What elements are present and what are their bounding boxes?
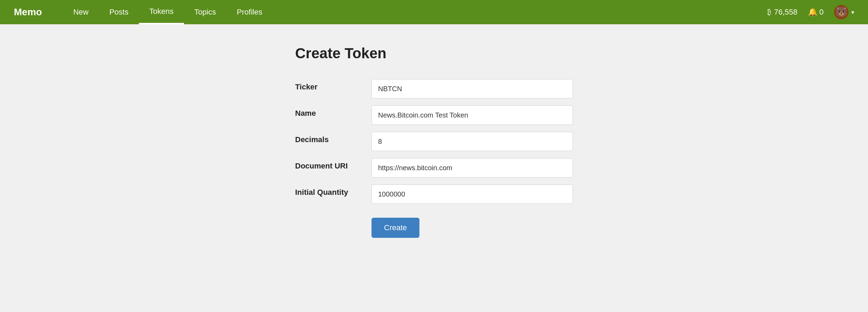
brand-logo[interactable]: Memo	[14, 7, 42, 18]
bell-icon: 🔔	[808, 8, 817, 17]
page-title: Create Token	[295, 45, 573, 62]
document-uri-input[interactable]	[372, 158, 573, 177]
avatar: 🐻	[834, 5, 849, 19]
balance-value: 76,558	[774, 8, 797, 17]
avatar-emoji: 🐻	[835, 7, 848, 17]
user-avatar-menu[interactable]: 🐻 ▾	[834, 5, 854, 19]
nav-item-profiles[interactable]: Profiles	[226, 0, 273, 24]
create-button[interactable]: Create	[372, 218, 419, 238]
form-row-initial-quantity: Initial Quantity	[295, 184, 573, 204]
document-uri-label: Document URI	[295, 158, 372, 171]
name-input[interactable]	[372, 105, 573, 125]
nav-item-new[interactable]: New	[63, 0, 99, 24]
decimals-input[interactable]	[372, 132, 573, 151]
initial-quantity-input[interactable]	[372, 184, 573, 204]
nav-item-tokens[interactable]: Tokens	[139, 0, 184, 24]
chevron-down-icon: ▾	[851, 9, 854, 16]
notification-count: 0	[819, 8, 824, 17]
create-token-form: Ticker Name Decimals Document URI Initia…	[295, 79, 573, 238]
form-row-name: Name	[295, 105, 573, 125]
nav-item-topics[interactable]: Topics	[184, 0, 226, 24]
main-content: Create Token Ticker Name Decimals Docume…	[226, 24, 642, 259]
form-row-document-uri: Document URI	[295, 158, 573, 177]
navbar: Memo New Posts Tokens Topics Profiles ₿ …	[0, 0, 868, 24]
decimals-label: Decimals	[295, 132, 372, 144]
initial-quantity-label: Initial Quantity	[295, 184, 372, 197]
ticker-label: Ticker	[295, 79, 372, 92]
form-row-ticker: Ticker	[295, 79, 573, 98]
name-label: Name	[295, 105, 372, 118]
navbar-right: ₿ 76,558 🔔 0 🐻 ▾	[767, 5, 854, 19]
form-row-decimals: Decimals	[295, 132, 573, 151]
bitcoin-icon: ₿	[767, 8, 771, 17]
notification-bell[interactable]: 🔔 0	[808, 8, 824, 17]
ticker-input[interactable]	[372, 79, 573, 98]
form-submit-row: Create	[295, 211, 573, 238]
nav-item-posts[interactable]: Posts	[99, 0, 139, 24]
nav-menu: New Posts Tokens Topics Profiles	[63, 0, 768, 24]
balance-display: ₿ 76,558	[767, 8, 797, 17]
